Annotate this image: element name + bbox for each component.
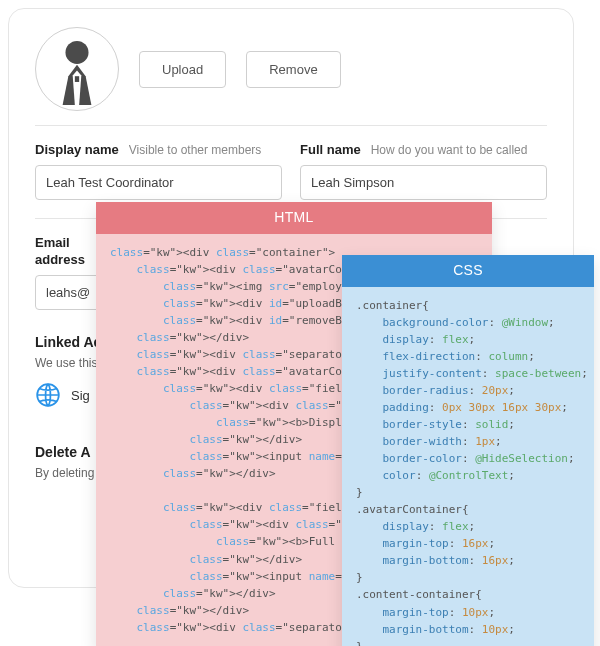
full-name-input[interactable] [300,165,547,200]
email-label-1: Email [35,235,70,250]
css-code-snippet: .container{ background-color: @Window; d… [342,287,594,646]
avatar[interactable] [35,27,119,111]
full-name-hint: How do you want to be called [371,143,528,157]
full-name-label: Full name [300,142,361,157]
html-tab[interactable]: HTML [96,202,492,234]
separator [35,125,547,126]
globe-icon [35,382,61,408]
avatar-row: Upload Remove [35,27,547,111]
person-icon [41,33,113,105]
full-name-field: Full name How do you want to be called [300,142,547,200]
linked-account-label: Sig [71,388,90,403]
remove-button[interactable]: Remove [246,51,340,88]
upload-button[interactable]: Upload [139,51,226,88]
svg-point-0 [65,41,88,64]
display-name-label: Display name [35,142,119,157]
name-fields-row: Display name Visible to other members Fu… [35,142,547,200]
svg-rect-1 [75,76,79,82]
display-name-field: Display name Visible to other members [35,142,282,200]
css-tab[interactable]: CSS [342,255,594,287]
display-name-input[interactable] [35,165,282,200]
display-name-hint: Visible to other members [129,143,262,157]
email-label-2: address [35,252,85,267]
css-code-panel: CSS .container{ background-color: @Windo… [342,255,594,646]
